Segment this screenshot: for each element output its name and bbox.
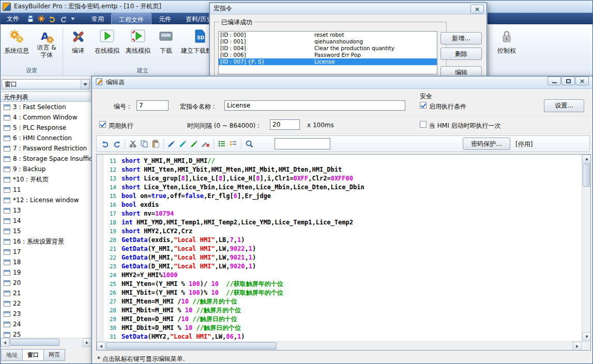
tree-item[interactable]: 8 : Storage Space Insuffic <box>1 154 92 164</box>
tree-item[interactable]: 22 <box>1 298 92 309</box>
tree-item[interactable]: 11 <box>1 185 92 195</box>
copy-icon[interactable] <box>139 139 150 149</box>
redo-icon[interactable] <box>59 14 67 23</box>
undo-icon[interactable] <box>100 139 111 149</box>
scroll-right-icon[interactable] <box>573 342 582 351</box>
code-vertical-scrollbar[interactable] <box>582 155 590 341</box>
minimize-button[interactable] <box>548 77 561 85</box>
tree-item[interactable]: 4 : Common Window <box>1 112 92 123</box>
run-on-startup-checkbox[interactable] <box>420 121 427 128</box>
ribbon-button-language-font[interactable]: A 语言 &字体 <box>33 26 60 67</box>
insert-macro-green-icon[interactable] <box>189 139 200 149</box>
code-horizontal-scrollbar[interactable] <box>97 341 582 350</box>
menu-tab[interactable]: 元件 <box>151 13 178 24</box>
tree-item[interactable]: 3 : Fast Selection <box>1 102 92 112</box>
macro-dialog-close-button[interactable]: × <box>470 5 484 13</box>
line-number: 11 <box>104 157 121 165</box>
tree-item-label: 23 <box>13 309 21 319</box>
insert-macro-teal-icon[interactable] <box>177 139 189 149</box>
sidebar-tab[interactable]: 地址 <box>1 349 23 361</box>
code-token: 9021 <box>230 254 245 261</box>
tree-item[interactable]: 16 : 系统设置背景 <box>1 236 92 247</box>
ribbon-button-online-simulation[interactable]: 在线模拟 <box>93 26 121 67</box>
maximize-button[interactable] <box>561 77 575 85</box>
insert-macro-blue-icon[interactable] <box>166 139 177 149</box>
window-icon <box>4 125 10 131</box>
tree-item[interactable]: 14 <box>1 216 92 226</box>
ribbon-button-download[interactable]: 下载 <box>155 26 177 67</box>
password-protect-button[interactable]: 密码保护... <box>463 138 510 150</box>
exec-condition-checkbox[interactable] <box>420 102 427 109</box>
tree-item[interactable]: 23 <box>1 309 92 319</box>
macro-dialog-title-bar[interactable]: 宏指令 × <box>210 3 486 14</box>
sidebar-tab[interactable]: 窗口 <box>22 349 44 361</box>
code-editor[interactable]: 11short Y_HMI,M_HMI,D_HMI//12short HMI_Y… <box>96 154 591 351</box>
scrollbar-thumb[interactable] <box>106 342 277 350</box>
save-icon[interactable] <box>26 14 35 23</box>
window-icon <box>4 280 10 286</box>
macro-list-row[interactable]: [ID : 001]qiehuanshoudong <box>219 38 437 45</box>
menu-tab[interactable]: 常用 <box>84 13 111 24</box>
periodic-exec-checkbox[interactable] <box>99 121 106 128</box>
scrollbar-thumb[interactable] <box>583 164 590 187</box>
menu-file-tab[interactable]: 文件 <box>1 13 25 25</box>
line-number: 17 <box>104 209 121 218</box>
line-number: 12 <box>104 165 121 174</box>
settings-gear-icon[interactable] <box>37 14 45 23</box>
macro-id-input[interactable] <box>136 100 169 111</box>
macro-search-input[interactable] <box>275 138 330 149</box>
tree-item[interactable]: 9 : Backup <box>1 164 92 174</box>
sidebar-tab[interactable]: 网页 <box>43 349 65 361</box>
tree-item[interactable]: 6 : HMI Connection <box>1 133 92 143</box>
scroll-left-icon[interactable] <box>1 338 9 347</box>
scroll-down-icon[interactable] <box>582 332 591 341</box>
tree-item[interactable]: 15 <box>1 226 92 236</box>
ribbon-button-control-permission[interactable]: 控制权 <box>492 26 522 67</box>
macro-list-row[interactable]: [ID : 004]Clear the production quantity <box>219 45 437 52</box>
macro-new-button[interactable]: 新增... <box>440 32 482 44</box>
paste-icon[interactable] <box>150 139 161 149</box>
api-list-icon[interactable] <box>216 139 227 149</box>
scroll-up-icon[interactable] <box>582 155 591 163</box>
undo-icon[interactable] <box>48 14 56 23</box>
tree-item[interactable]: 19 <box>1 267 92 278</box>
cut-icon[interactable] <box>127 139 139 149</box>
ribbon-button-compile[interactable]: 编译 <box>66 26 90 67</box>
macro-list-row[interactable]: [ID : 000]reset robot <box>219 32 437 38</box>
ribbon-button-system-info[interactable]: 系统信息 <box>3 26 31 67</box>
editor-title-bar[interactable]: 编辑器 × <box>92 77 593 89</box>
interval-input[interactable] <box>270 119 300 130</box>
scrollbar-thumb[interactable] <box>10 339 59 346</box>
tree-item[interactable]: 20 <box>1 278 92 288</box>
tree-item[interactable]: 25 <box>1 329 92 338</box>
sidebar-horizontal-scrollbar[interactable] <box>1 338 92 346</box>
tree-item[interactable]: 13 <box>1 205 92 216</box>
tree-item[interactable]: *10 : 开机页 <box>1 174 92 185</box>
ribbon-button-offline-simulation[interactable]: 离线模拟 <box>124 26 153 67</box>
scroll-right-icon[interactable] <box>83 338 92 347</box>
tree-item[interactable]: 24 <box>1 319 92 329</box>
redo-icon[interactable] <box>111 139 123 149</box>
tree-item[interactable]: *12 : License window <box>1 195 92 205</box>
security-settings-button[interactable]: 设置... <box>544 99 584 112</box>
macro-delete-button[interactable]: 删除 <box>440 48 482 60</box>
tree-item[interactable]: 5 : PLC Response <box>1 123 92 133</box>
code-line: 17short nv=10794 <box>104 209 582 218</box>
tree-item[interactable]: 21 <box>1 288 92 298</box>
tree-item[interactable]: 18 <box>1 257 92 267</box>
window-icon <box>4 146 10 151</box>
window-category-dropdown[interactable]: 窗口 <box>2 79 90 89</box>
menu-tab[interactable]: 工程文件 <box>111 13 151 24</box>
tree-item[interactable]: 7 : Password Restriction <box>1 143 92 154</box>
variable-list-icon[interactable] <box>227 139 239 149</box>
macro-list-row[interactable]: [ID : 007] {P, S}License <box>219 58 437 65</box>
quick-access-dropdown-icon[interactable] <box>71 18 75 20</box>
remove-macro-icon[interactable] <box>200 139 211 149</box>
tree-item[interactable]: 17 <box>1 247 92 257</box>
close-button[interactable]: × <box>575 77 589 85</box>
macro-list-row[interactable]: [ID : 006]Password Err Pop <box>219 52 437 58</box>
macro-name-input[interactable] <box>224 100 405 111</box>
scroll-left-icon[interactable] <box>97 342 105 351</box>
search-icon[interactable] <box>244 139 255 149</box>
dropdown-arrow-icon[interactable] <box>81 80 89 89</box>
